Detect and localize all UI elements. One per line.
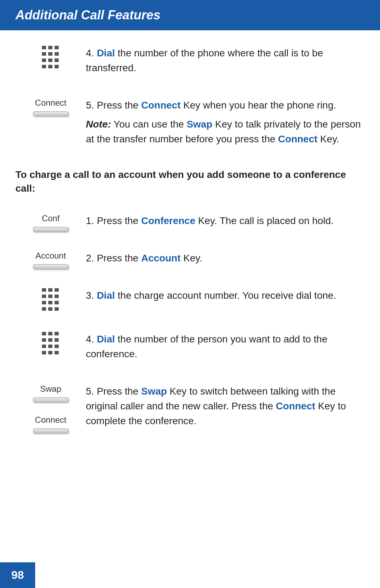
page-content: 4. Dial the number of the phone where th… — [0, 44, 380, 485]
step-5-prefix: Press the — [97, 100, 141, 111]
step-conf-2-text: 2. Press the Account Key. — [86, 249, 365, 270]
step-conf-3-text: 3. Dial the charge account number. You r… — [86, 287, 365, 307]
dial-key-c3: Dial — [97, 290, 115, 301]
swap-button — [33, 397, 68, 402]
keypad-grid-4 — [42, 332, 59, 356]
page-title: Additional Call Features — [15, 8, 365, 23]
note-text: You can use the — [111, 119, 187, 130]
step-conf-4-text: 4. Dial the number of the person you wan… — [86, 330, 365, 366]
connect-key-label: Connect — [141, 100, 180, 111]
section2-heading: To charge a call to an account when you … — [15, 168, 365, 195]
step-conf-2: Account 2. Press the Account Key. — [15, 249, 365, 270]
keypad-icon-conf-4 — [15, 330, 86, 357]
account-key-label: Account — [141, 253, 180, 264]
step-conf-5-text: 5. Press the Swap Key to switch between … — [86, 383, 365, 433]
step-transfer-4-text: 4. Dial the number of the phone where th… — [86, 44, 365, 80]
connect-key-label-2: Connect — [278, 134, 317, 144]
step-c4-number: 4. — [86, 334, 94, 345]
step-c2-suffix: Key. — [180, 253, 202, 264]
step-c4-suffix: the number of the person you want to add… — [86, 334, 327, 359]
page-number: 98 — [0, 562, 35, 588]
connect-button-label-2: Connect — [35, 415, 66, 425]
step-c5-number: 5. — [86, 386, 94, 397]
dial-key-c4: Dial — [97, 334, 115, 345]
step-transfer-4-body: the number of the phone where the call i… — [86, 48, 323, 73]
step-c1-suffix: Key. The call is placed on hold. — [195, 215, 334, 226]
step-conf-1-text: 1. Press the Conference Key. The call is… — [86, 212, 365, 233]
dial-key-label: Dial — [97, 48, 115, 58]
swap-key-label: Swap — [186, 119, 212, 130]
step-conf-3: 3. Dial the charge account number. You r… — [15, 287, 365, 314]
conf-button-icon: Conf — [15, 212, 86, 232]
swap-connect-buttons-icon: Swap Connect — [15, 383, 86, 433]
step-c1-prefix: Press the — [97, 215, 141, 226]
step-5-suffix: Key when you hear the phone ring. — [180, 100, 336, 111]
swap-button-label: Swap — [40, 384, 61, 394]
keypad-icon-conf-3 — [15, 287, 86, 314]
step-5-number: 5. — [86, 100, 94, 111]
step-transfer-5-text: 5. Press the Connect Key when you hear t… — [86, 97, 365, 151]
step-conf-1: Conf 1. Press the Conference Key. The ca… — [15, 212, 365, 233]
step-transfer-5: Connect 5. Press the Connect Key when yo… — [15, 97, 365, 151]
connect-key-c5: Connect — [276, 401, 315, 411]
step-c2-prefix: Press the — [97, 253, 141, 264]
note-label: Note: — [86, 119, 111, 130]
keypad-grid-3 — [42, 288, 59, 312]
step-number: 4. — [86, 48, 94, 58]
account-button — [33, 264, 68, 269]
account-button-icon: Account — [15, 249, 86, 269]
step-c3-suffix: the charge account number. You receive d… — [115, 290, 336, 301]
keypad-grid — [42, 46, 59, 70]
account-button-label: Account — [36, 251, 66, 261]
swap-key-c5: Swap — [141, 386, 167, 397]
step-c3-number: 3. — [86, 290, 94, 301]
step-transfer-4: 4. Dial the number of the phone where th… — [15, 44, 365, 80]
step-conf-4: 4. Dial the number of the person you wan… — [15, 330, 365, 366]
keypad-icon-transfer-4 — [15, 44, 86, 71]
conf-button — [33, 227, 68, 232]
step-c1-number: 1. — [86, 215, 94, 226]
connect-button — [33, 111, 68, 116]
page-header: Additional Call Features — [0, 0, 380, 30]
conf-button-label: Conf — [42, 213, 60, 223]
conference-key-label: Conference — [141, 215, 195, 226]
connect-button-label: Connect — [35, 98, 66, 108]
step-c5-prefix: Press the — [97, 386, 141, 397]
step-c2-number: 2. — [86, 253, 94, 264]
note-text3: Key. — [317, 134, 339, 144]
step-conf-5: Swap Connect 5. Press the Swap Key to sw… — [15, 383, 365, 433]
connect-button-2 — [33, 428, 68, 433]
connect-button-icon: Connect — [15, 97, 86, 116]
